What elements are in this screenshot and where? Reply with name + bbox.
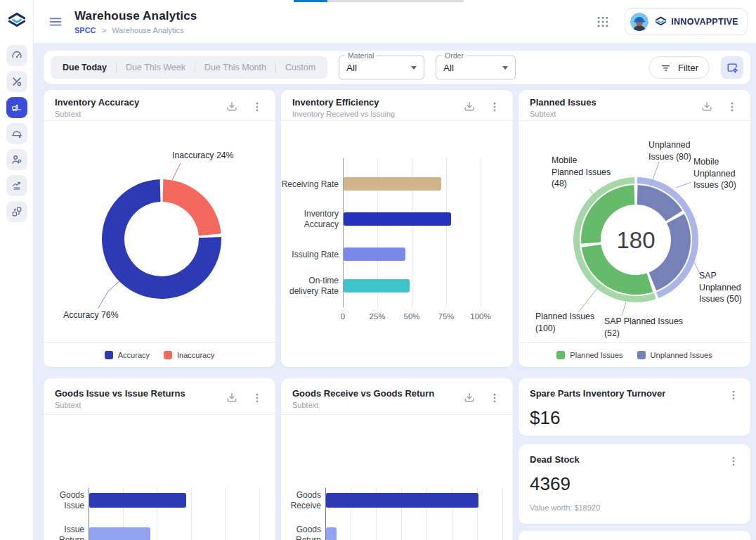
chart-legend: AccuracyInaccuracy (44, 342, 275, 367)
bar-on-time-delivery-rate[interactable] (344, 279, 410, 292)
legend-label: Unplanned Issues (651, 351, 712, 359)
bar-goods-receive[interactable] (326, 493, 478, 508)
callout-leader-line (676, 182, 691, 188)
kebab-menu-icon[interactable] (486, 390, 503, 406)
sidebar: 360 (0, 0, 34, 540)
kebab-menu-icon[interactable] (725, 453, 742, 470)
kpi-value: 4369 (530, 473, 739, 495)
planned-inner-segment-mobile-unplanned-issues[interactable] (637, 185, 683, 221)
breadcrumb: SPCC > Warehouse Analytics (74, 26, 197, 34)
blocks-icon (11, 205, 23, 218)
material-select-label: Material (345, 51, 377, 60)
download-icon[interactable] (461, 98, 478, 115)
order-select-value: All (443, 63, 454, 73)
warehouse-analytics-app: 360 Warehouse Analytics SPCC > Warehouse… (0, 0, 756, 540)
callout-leader-line (622, 302, 626, 316)
legend-label: Planned Issues (570, 351, 623, 359)
page-title: Warehouse Analytics (74, 9, 197, 23)
legend-swatch (105, 351, 113, 359)
sidebar-item-chart-360[interactable]: 360 (6, 175, 27, 196)
callout-leader-line (98, 281, 119, 308)
filter-list-icon (660, 62, 672, 74)
sidebar-nav: 360 (6, 45, 27, 227)
breadcrumb-root-link[interactable]: SPCC (74, 26, 96, 34)
card-subtitle: Subtext (55, 110, 223, 118)
date-filter-due-this-week[interactable]: Due This Week (117, 56, 195, 79)
bar-goods-return[interactable] (326, 527, 337, 540)
dashboard-settings-button[interactable] (721, 56, 743, 79)
planned-issues-card: Planned Issues Subtext 180UnplannedIssue… (519, 90, 750, 367)
forklift-icon (11, 101, 23, 114)
order-select-label: Order (442, 51, 467, 60)
progress-bar-fill (294, 0, 327, 2)
sidebar-item-gauge[interactable] (6, 45, 27, 66)
chart-callout-label: Planned Issues(100) (535, 311, 594, 333)
breadcrumb-current: Warehouse Analytics (112, 26, 183, 34)
card-subtitle: Subtext (55, 401, 223, 409)
date-filter-custom[interactable]: Custom (276, 56, 325, 79)
spare-parts-turnover-card: Spare Parts Inventory Turnover $16 (519, 378, 750, 436)
innovapptive-logo-icon (654, 15, 667, 28)
kpi-title: Spare Parts Inventory Turnover (530, 388, 739, 399)
kebab-menu-icon[interactable] (486, 98, 503, 115)
inventory-efficiency-bar-chart: Receiving RateInventory AccuracyIssuing … (281, 121, 513, 342)
category-label: Goods Issue (44, 490, 84, 511)
x-axis-tick: 100% (470, 312, 490, 321)
bar-receiving-rate[interactable] (344, 177, 441, 191)
download-icon[interactable] (461, 390, 478, 406)
apps-grid-icon[interactable] (591, 10, 615, 34)
partial-card (519, 531, 750, 540)
filter-button-label: Filter (678, 63, 698, 73)
card-subtitle: Inventory Received vs Issuing (292, 110, 461, 118)
main-content: Due TodayDue This WeekDue This MonthCust… (34, 44, 756, 540)
tools-icon (11, 75, 23, 88)
kebab-menu-icon[interactable] (249, 390, 266, 406)
card-subtitle: Subtext (292, 401, 461, 409)
sidebar-item-user-settings[interactable] (6, 149, 27, 170)
kebab-menu-icon[interactable] (725, 387, 742, 404)
date-filter-due-today[interactable]: Due Today (53, 56, 116, 79)
inventory-accuracy-donut-chart: Inaccuracy 24%Accuracy 76% (44, 121, 275, 342)
download-icon[interactable] (223, 390, 240, 406)
category-label: Issue Return (44, 525, 84, 540)
category-label: Goods Receive (281, 490, 321, 511)
account-menu[interactable]: INNOVAPPTIVE (625, 8, 748, 35)
sidebar-item-tools[interactable] (6, 71, 27, 92)
header-right: INNOVAPPTIVE (591, 8, 748, 35)
material-select[interactable]: Material All (339, 56, 424, 79)
legend-label: Inaccuracy (177, 351, 214, 359)
chevron-down-icon (502, 66, 508, 70)
sidebar-item-hard-hat[interactable] (6, 123, 27, 144)
accuracy-segment-inaccuracy[interactable] (162, 179, 221, 236)
hamburger-menu-icon[interactable] (44, 10, 67, 34)
breadcrumb-separator: > (102, 26, 106, 34)
filter-toolbar: Due TodayDue This WeekDue This MonthCust… (44, 51, 750, 84)
date-filter-due-this-month[interactable]: Due This Month (195, 56, 275, 79)
bar-goods-issue[interactable] (89, 493, 186, 508)
filter-button[interactable]: Filter (649, 56, 710, 79)
chart-callout-label: Accuracy 76% (63, 310, 119, 320)
gridline (225, 488, 226, 540)
download-icon[interactable] (223, 98, 240, 115)
download-icon[interactable] (698, 98, 715, 115)
kpi-note: Value worth: $18920 (530, 503, 739, 512)
sidebar-item-blocks[interactable] (6, 201, 27, 222)
bar-issuing-rate[interactable] (344, 248, 405, 261)
svg-text:360: 360 (13, 186, 20, 191)
card-title: Goods Receive vs Goods Return (292, 388, 461, 399)
innovapptive-mark-icon[interactable] (6, 10, 27, 31)
x-axis-tick: 0 (341, 312, 345, 321)
legend-swatch (556, 351, 565, 359)
kebab-menu-icon[interactable] (724, 98, 741, 115)
chart-callout-label: UnplannedIssues (80) (649, 140, 691, 162)
order-select[interactable]: Order All (436, 56, 516, 79)
bar-issue-return[interactable] (89, 527, 150, 540)
gridline (502, 488, 503, 540)
bar-inventory-accuracy[interactable] (344, 212, 451, 226)
goods-issue-card: Goods Issue vs Issue Returns Subtext Goo… (44, 378, 275, 540)
x-axis-tick: 25% (369, 312, 385, 321)
kpi-title: Dead Stock (530, 454, 739, 465)
sidebar-item-forklift[interactable] (6, 97, 27, 118)
goods-receive-card: Goods Receive vs Goods Return Subtext Go… (281, 378, 513, 540)
kebab-menu-icon[interactable] (249, 98, 266, 115)
